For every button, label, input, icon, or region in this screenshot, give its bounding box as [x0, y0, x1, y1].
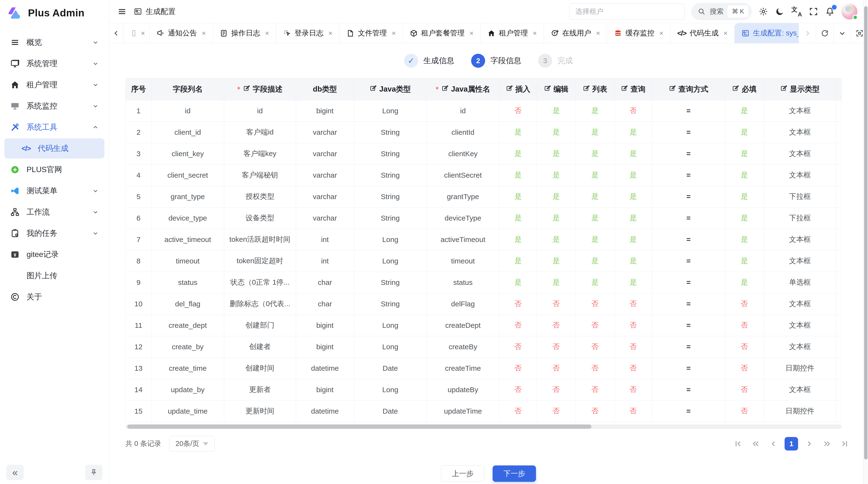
tab-close-icon[interactable]: ×	[141, 29, 145, 37]
toggle-insert-link[interactable]: 是	[515, 150, 522, 157]
toggle-insert-link[interactable]: 否	[515, 364, 522, 372]
sidebar-item-system-monitoring[interactable]: 系统监控	[4, 96, 104, 116]
display-type-value[interactable]: 文本框	[789, 257, 811, 265]
tab-actions-dropdown-button[interactable]	[833, 23, 850, 43]
display-type-value[interactable]: 文本框	[789, 150, 811, 157]
toggle-list-link[interactable]: 是	[591, 278, 599, 286]
toggle-required-link[interactable]: 是	[741, 150, 748, 157]
sidebar-item-system-tools[interactable]: 系统工具	[4, 117, 104, 137]
toggle-edit-link[interactable]: 是	[553, 235, 560, 243]
toggle-list-link[interactable]: 是	[591, 128, 599, 136]
sidebar-item-tenant-management[interactable]: 租户管理	[4, 75, 104, 95]
toggle-query-link[interactable]: 是	[629, 128, 637, 136]
display-type-value[interactable]: 下拉框	[789, 214, 811, 222]
search-trigger[interactable]: 搜索 ⌘ K	[691, 3, 752, 20]
toggle-required-link[interactable]: 是	[741, 214, 748, 222]
sidebar-item-overview[interactable]: 概览	[4, 32, 104, 53]
next-page-button[interactable]	[802, 437, 816, 451]
display-type-value[interactable]: 文本框	[789, 235, 811, 243]
toggle-required-link[interactable]: 是	[741, 171, 748, 179]
tab-tenant-package[interactable]: 租户套餐管理×	[403, 23, 481, 43]
display-type-value[interactable]: 日期控件	[785, 364, 814, 372]
toggle-list-link[interactable]: 否	[591, 407, 599, 415]
tabs-scroll-left-button[interactable]	[109, 23, 123, 43]
toggle-list-link[interactable]: 是	[591, 106, 599, 115]
sidebar-item-code-generation[interactable]: </>代码生成	[4, 138, 104, 159]
step-complete[interactable]: 3 完成	[538, 54, 573, 68]
col-java-attr[interactable]: *Java属性名	[427, 78, 499, 100]
toggle-insert-link[interactable]: 否	[515, 385, 522, 393]
query-mode-value[interactable]: =	[686, 257, 691, 265]
toggle-query-link[interactable]: 否	[629, 321, 637, 329]
display-type-value[interactable]: 文本框	[789, 321, 811, 329]
toggle-query-link[interactable]: 是	[629, 278, 637, 286]
query-mode-value[interactable]: =	[686, 150, 691, 158]
display-type-value[interactable]: 单选框	[789, 278, 811, 286]
toggle-required-link[interactable]: 否	[741, 407, 748, 415]
toggle-edit-link[interactable]: 否	[553, 407, 560, 415]
previous-step-button[interactable]: 上一步	[441, 465, 485, 482]
step-generation-info[interactable]: ✓ 生成信息	[404, 54, 454, 68]
toggle-edit-link[interactable]: 否	[553, 343, 560, 351]
query-mode-value[interactable]: =	[686, 343, 691, 351]
col-insert[interactable]: 插入	[499, 78, 537, 100]
tab-close-icon[interactable]: ×	[596, 29, 600, 37]
toggle-list-link[interactable]: 是	[591, 171, 599, 179]
sidebar-pin-button[interactable]	[85, 465, 102, 480]
jump-back-button[interactable]	[749, 437, 763, 451]
toggle-query-link[interactable]: 是	[629, 214, 637, 222]
toggle-edit-link[interactable]: 否	[553, 385, 560, 393]
sidebar-item-about[interactable]: 关于	[4, 287, 104, 307]
toggle-query-link[interactable]: 是	[629, 235, 637, 243]
display-type-value[interactable]: 文本框	[789, 385, 811, 393]
toggle-required-link[interactable]: 否	[741, 300, 748, 308]
query-mode-value[interactable]: =	[686, 364, 691, 372]
toggle-insert-link[interactable]: 是	[515, 192, 522, 200]
tab-tenant-management[interactable]: 租户管理×	[480, 23, 544, 43]
display-type-value[interactable]: 文本框	[789, 171, 811, 179]
fullscreen-icon[interactable]	[809, 7, 818, 17]
toggle-list-link[interactable]: 是	[591, 235, 599, 243]
dark-mode-moon-icon[interactable]	[775, 7, 784, 17]
tab-close-icon[interactable]: ×	[329, 29, 333, 37]
query-mode-value[interactable]: =	[686, 321, 691, 329]
tab-clipped[interactable]: ×	[123, 23, 150, 43]
toggle-edit-link[interactable]: 是	[553, 128, 560, 136]
previous-page-button[interactable]	[767, 437, 780, 451]
tab-close-icon[interactable]: ×	[659, 29, 663, 37]
toggle-required-link[interactable]: 否	[741, 364, 748, 372]
translate-icon[interactable]: 文 A	[791, 6, 802, 17]
refresh-tab-button[interactable]	[816, 23, 833, 43]
tab-notice[interactable]: 通知公告×	[150, 23, 213, 43]
tab-gen-config[interactable]: 生成配置: sys_client×	[735, 23, 799, 43]
toggle-insert-link[interactable]: 否	[515, 343, 522, 351]
toggle-edit-link[interactable]: 否	[553, 300, 560, 308]
table-horizontal-scrollbar[interactable]	[125, 424, 842, 429]
toggle-insert-link[interactable]: 否	[515, 106, 522, 115]
tab-close-icon[interactable]: ×	[469, 29, 474, 37]
horizontal-scrollbar-thumb[interactable]	[127, 424, 591, 429]
step-field-info[interactable]: 2 字段信息	[471, 54, 521, 68]
toggle-edit-link[interactable]: 是	[553, 257, 560, 265]
toggle-list-link[interactable]: 否	[591, 343, 599, 351]
display-type-value[interactable]: 文本框	[789, 343, 811, 351]
display-type-value[interactable]: 文本框	[789, 300, 811, 308]
col-display-type[interactable]: 显示类型	[764, 78, 836, 100]
sidebar-collapse-button[interactable]: «	[6, 465, 24, 480]
first-page-button[interactable]	[731, 437, 745, 451]
toggle-insert-link[interactable]: 否	[515, 300, 522, 308]
page-size-select[interactable]: 20条/页	[169, 436, 215, 451]
col-query[interactable]: 查询	[614, 78, 652, 100]
toggle-insert-link[interactable]: 是	[515, 235, 522, 243]
col-query-mode[interactable]: 查询方式	[652, 78, 725, 100]
toggle-query-link[interactable]: 是	[629, 171, 637, 179]
toggle-edit-link[interactable]: 是	[553, 278, 560, 286]
toggle-required-link[interactable]: 是	[741, 192, 748, 200]
toggle-insert-link[interactable]: 是	[515, 278, 522, 286]
sidebar-item-system-management[interactable]: 系统管理	[4, 54, 104, 74]
tab-close-icon[interactable]: ×	[533, 29, 537, 37]
query-mode-value[interactable]: =	[686, 279, 691, 286]
toggle-list-link[interactable]: 否	[591, 321, 599, 329]
toggle-list-link[interactable]: 是	[591, 150, 599, 157]
query-mode-value[interactable]: =	[686, 214, 691, 222]
